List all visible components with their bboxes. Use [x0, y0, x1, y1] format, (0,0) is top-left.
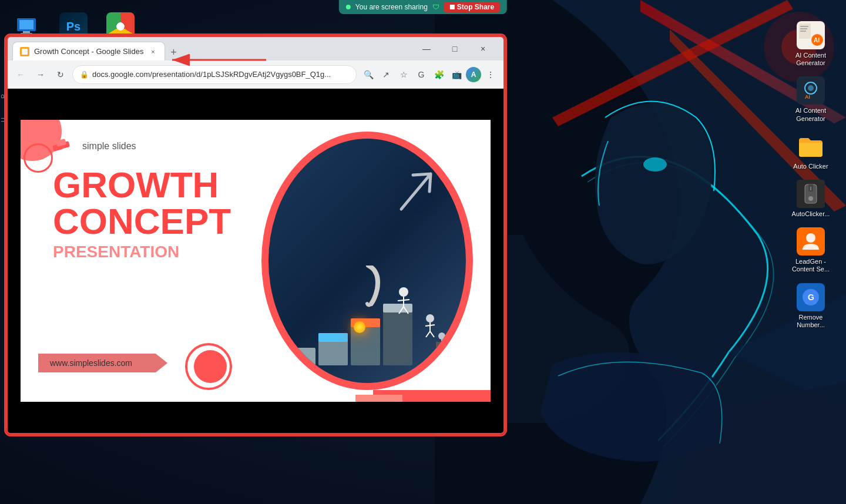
slide-title: GROWTH CONCEPT PRESENTATION	[53, 167, 231, 261]
svg-point-1	[643, 157, 667, 172]
minimize-button[interactable]: —	[413, 39, 440, 58]
shield-icon: 🛡	[432, 3, 439, 11]
maximize-button[interactable]: □	[441, 39, 468, 58]
svg-point-45	[808, 196, 813, 201]
svg-rect-31	[23, 31, 30, 33]
active-tab[interactable]: Growth Concept - Google Slides ×	[12, 42, 165, 61]
slide-content: simple slides GROWTH CONCEPT PRESENTATIO…	[8, 89, 503, 433]
slide-arrow-icon	[390, 162, 448, 221]
leadgen-icon	[797, 227, 825, 256]
svg-rect-28	[436, 342, 444, 348]
slide-title-line3: PRESENTATION	[53, 243, 231, 261]
autoclicker-icon	[797, 180, 825, 208]
auto-clicker-folder-label: Auto Clicker	[793, 163, 828, 170]
profile-avatar[interactable]: A	[466, 67, 481, 82]
slide-url-ribbon: www.simpleslides.com	[38, 354, 167, 372]
bookmark-icon-btn[interactable]: ☆	[395, 66, 412, 83]
logo-icon	[53, 137, 76, 155]
slide-url-text: www.simpleslides.com	[50, 358, 132, 368]
share-icon-btn[interactable]: ↗	[378, 66, 394, 83]
ai-content-1-icon: AI	[797, 21, 825, 49]
screen-share-text: You are screen sharing	[355, 3, 428, 11]
desktop-icon-remove-number[interactable]: G RemoveNumber...	[787, 280, 834, 332]
svg-rect-9	[286, 348, 315, 365]
slide-logo: simple slides	[53, 137, 136, 155]
svg-point-42	[808, 85, 814, 91]
slide-circle-fill	[194, 350, 227, 383]
svg-point-21	[426, 314, 434, 322]
reload-button[interactable]: ↻	[52, 66, 69, 83]
blocks-illustration	[286, 266, 451, 371]
grammarly-icon-btn[interactable]: G	[413, 66, 429, 83]
slide-image-inner	[268, 139, 466, 383]
slide-image-circle	[261, 132, 473, 390]
screen-share-bar: You are screen sharing 🛡 Stop Share	[339, 0, 507, 14]
desktop-icon-auto-clicker[interactable]: Auto Clicker	[787, 129, 834, 174]
menu-button[interactable]: ⋮	[482, 66, 499, 83]
svg-point-16	[399, 287, 408, 297]
tab-title: Growth Concept - Google Slides	[34, 47, 143, 56]
browser-window: Growth Concept - Google Slides × + — □ ×…	[6, 35, 505, 435]
desktop-icon-ai-content-1[interactable]: AI AI ContentGenerator	[787, 18, 834, 70]
toolbar-icons: 🔍 ↗ ☆ G 🧩 📺 A ⋮	[360, 66, 499, 83]
svg-point-48	[806, 233, 815, 243]
svg-rect-32	[21, 33, 32, 34]
extensions-icon-btn[interactable]: 🧩	[431, 66, 447, 83]
logo-text: simple slides	[82, 141, 136, 152]
leadgen-label: LeadGen -Content Se...	[792, 258, 830, 273]
cast-icon-btn[interactable]: 📺	[448, 66, 465, 83]
stop-share-button[interactable]: Stop Share	[444, 2, 500, 12]
ai-content-1-label: AI ContentGenerator	[795, 52, 826, 67]
ai-content-2-label: AI ContentGenerator	[795, 107, 826, 122]
back-button[interactable]: ←	[12, 66, 29, 83]
remove-number-icon: G	[797, 283, 825, 311]
slide-title-line1: GROWTH	[53, 167, 231, 203]
autoclicker-label: AutoClicker...	[792, 210, 830, 218]
glow-orb	[354, 321, 365, 333]
desktop-icons-right: AI AI ContentGenerator AI AI ContentGene…	[787, 18, 834, 332]
titlebar-controls: — □ ×	[411, 39, 499, 58]
svg-rect-37	[800, 31, 806, 32]
tab-favicon-inner	[22, 49, 28, 55]
slide-frame: simple slides GROWTH CONCEPT PRESENTATIO…	[21, 120, 491, 402]
remove-number-label: RemoveNumber...	[797, 314, 825, 329]
forward-button[interactable]: →	[32, 66, 49, 83]
tab-close-button[interactable]: ×	[148, 47, 157, 56]
search-icon-btn[interactable]: 🔍	[360, 66, 377, 83]
desktop: You are screen sharing 🛡 Stop Share Grow…	[0, 0, 846, 504]
stop-icon	[450, 5, 455, 9]
svg-text:G: G	[808, 293, 814, 302]
svg-rect-36	[800, 28, 807, 29]
ai-content-2-icon: AI	[797, 76, 825, 105]
lock-icon: 🔒	[80, 70, 89, 79]
svg-text:AI: AI	[805, 94, 810, 100]
desktop-icon-leadgen[interactable]: LeadGen -Content Se...	[787, 224, 834, 277]
slide-bottom-bar2	[355, 395, 402, 402]
svg-rect-30	[19, 20, 33, 29]
svg-point-26	[438, 332, 445, 340]
svg-line-24	[426, 331, 430, 337]
svg-rect-15	[383, 304, 412, 313]
slide-title-line2: CONCEPT	[53, 203, 231, 240]
close-button[interactable]: ×	[469, 39, 496, 58]
slide-circle-outline	[24, 143, 53, 173]
desktop-icon-ai-content-2[interactable]: AI AI ContentGenerator	[787, 73, 834, 126]
svg-rect-11	[318, 333, 348, 342]
svg-line-25	[430, 331, 434, 337]
svg-text:AI: AI	[814, 37, 820, 43]
tab-favicon	[20, 47, 29, 56]
annotation-arrow	[160, 45, 278, 75]
auto-clicker-folder-icon	[797, 132, 825, 160]
desktop-icon-autoclicker[interactable]: AutoClicker...	[787, 176, 834, 221]
svg-line-23	[425, 325, 435, 326]
svg-line-18	[398, 300, 409, 301]
share-indicator-icon	[346, 5, 351, 9]
svg-rect-35	[800, 26, 808, 27]
